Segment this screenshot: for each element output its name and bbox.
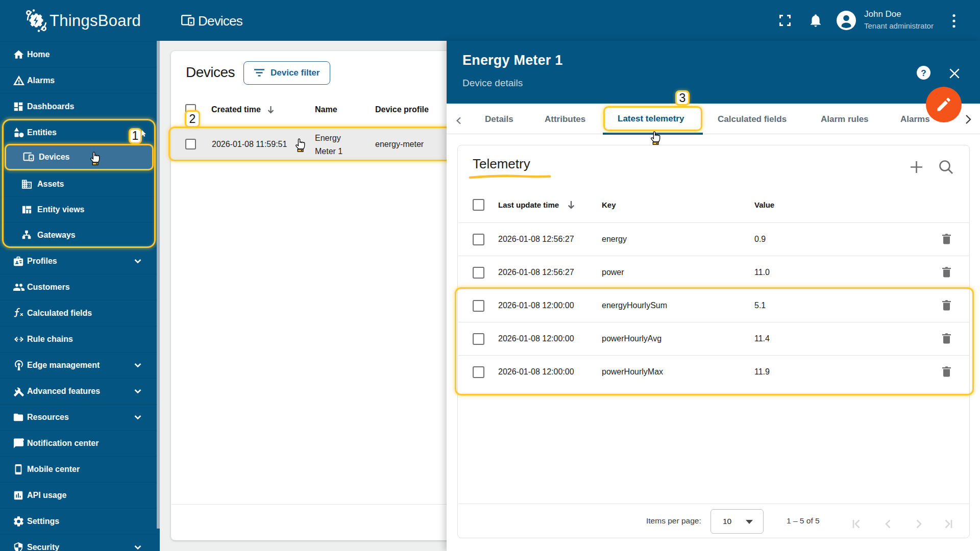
svg-text:?: ? — [921, 68, 926, 78]
